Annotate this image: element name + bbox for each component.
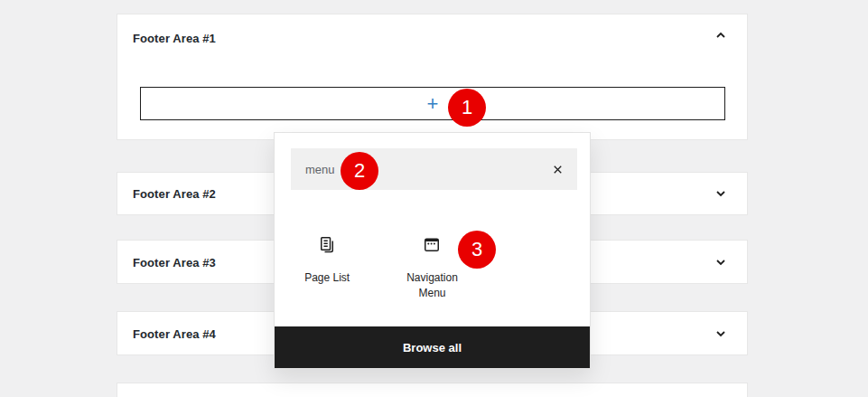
chevron-down-icon bbox=[714, 255, 728, 269]
collapse-panel-button[interactable] bbox=[713, 27, 729, 43]
panel-title: Footer Area #2 bbox=[133, 187, 216, 201]
block-search-box bbox=[291, 148, 577, 190]
browse-all-button[interactable]: Browse all bbox=[275, 326, 590, 368]
widget-panel-partial bbox=[117, 383, 748, 397]
panel-title: Footer Area #3 bbox=[133, 255, 216, 269]
panel-title: Footer Area #1 bbox=[133, 32, 216, 45]
chevron-down-icon bbox=[714, 326, 728, 341]
clear-search-button[interactable] bbox=[546, 158, 568, 180]
widgets-editor-screen: Footer Area #1 + Footer Area #2 Footer A… bbox=[0, 0, 868, 397]
annotation-badge-2: 2 bbox=[341, 152, 378, 190]
block-search-input[interactable] bbox=[291, 163, 546, 176]
add-block-appender[interactable]: + bbox=[140, 87, 725, 120]
chevron-up-icon bbox=[714, 28, 728, 43]
chevron-down-icon bbox=[714, 186, 728, 201]
block-label: Page List bbox=[304, 270, 350, 286]
block-results-list: Page List Navigation Menu bbox=[275, 234, 590, 302]
annotation-badge-1: 1 bbox=[448, 89, 486, 127]
close-icon bbox=[551, 163, 565, 176]
panel-title: Footer Area #4 bbox=[133, 326, 216, 340]
widget-panel-footer-area-1: Footer Area #1 + bbox=[117, 14, 748, 140]
expand-panel-button[interactable] bbox=[713, 326, 729, 342]
annotation-badge-3: 3 bbox=[458, 231, 496, 269]
block-inserter-popup: Page List Navigation Menu Browse all bbox=[274, 132, 591, 369]
page-list-icon bbox=[316, 234, 338, 256]
navigation-menu-icon bbox=[421, 234, 443, 256]
plus-icon: + bbox=[427, 94, 439, 114]
expand-panel-button[interactable] bbox=[713, 254, 729, 270]
block-label: Navigation Menu bbox=[394, 270, 470, 302]
block-result-empty-slot bbox=[485, 234, 590, 302]
expand-panel-button[interactable] bbox=[713, 185, 729, 202]
block-result-page-list[interactable]: Page List bbox=[275, 234, 379, 302]
